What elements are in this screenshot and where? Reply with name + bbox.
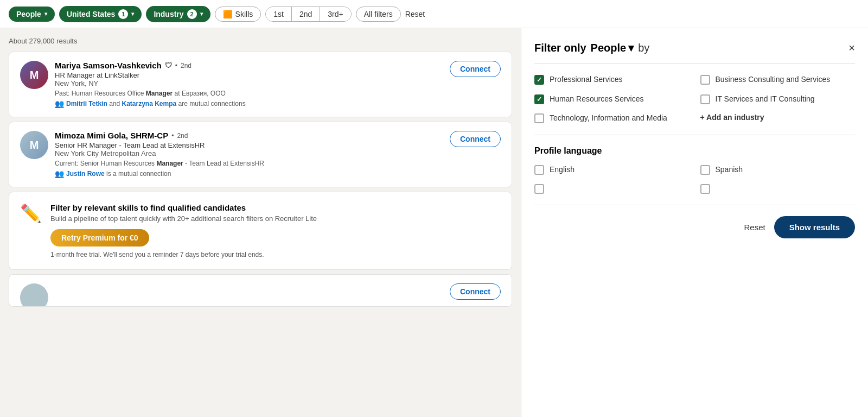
upsell-desc: Build a pipeline of top talent quickly w… xyxy=(50,214,317,223)
mutual-icon-1: 👥 xyxy=(55,99,64,108)
connection-degree-2: 2nd xyxy=(177,132,188,140)
filter-only-label: Filter only xyxy=(534,42,586,54)
results-count: About 279,000 results xyxy=(9,37,512,45)
connect-btn-3[interactable]: Connect xyxy=(450,283,501,300)
main-layout: About 279,000 results M Mariya Samson-Va… xyxy=(0,28,868,417)
language-checkbox-spanish[interactable] xyxy=(700,165,710,175)
industry-item-0[interactable]: Professional Services xyxy=(534,74,690,85)
skills-icon: 🟧 xyxy=(223,10,232,18)
filter-people-dropdown[interactable]: People ▾ xyxy=(591,41,634,54)
language-checkbox-4[interactable] xyxy=(700,184,710,194)
industry-label-0: Professional Services xyxy=(550,74,623,85)
all-filters-btn[interactable]: All filters xyxy=(356,7,401,22)
people-filter-btn[interactable]: People ▾ xyxy=(9,7,55,22)
filter-panel: Filter only People ▾ by × Industries Pro… xyxy=(521,28,868,417)
industry-label-1: Business Consulting and Services xyxy=(716,74,831,85)
location-chevron-icon: ▾ xyxy=(131,11,134,17)
language-item-3[interactable] xyxy=(534,184,690,194)
connection-filter-group: 1st 2nd 3rd+ xyxy=(265,7,351,22)
mutual-icon-2: 👥 xyxy=(55,169,64,178)
connection-1st-btn[interactable]: 1st xyxy=(266,7,292,21)
language-item-spanish[interactable]: Spanish xyxy=(700,165,856,175)
add-industry-btn[interactable]: + Add an industry xyxy=(700,113,764,122)
mutual-link-1a[interactable]: Dmitrii Tetkin xyxy=(66,100,107,108)
industry-item-2[interactable]: Human Resources Services xyxy=(534,94,690,105)
industry-checkbox-1[interactable] xyxy=(700,75,710,85)
mutual-link-1b[interactable]: Katarzyna Kempa xyxy=(122,100,177,108)
person-location-2: New York City Metropolitan Area xyxy=(55,149,443,157)
person-name-1: Mariya Samson-Vashkevich 🛡 • 2nd xyxy=(55,61,443,70)
industry-item-3[interactable]: IT Services and IT Consulting xyxy=(700,94,856,105)
top-bar: People ▾ United States 1 ▾ Industry 2 ▾ … xyxy=(0,0,868,28)
language-checkbox-english[interactable] xyxy=(534,165,544,175)
result-card-1: M Mariya Samson-Vashkevich 🛡 • 2nd HR Ma… xyxy=(9,52,512,117)
connection-degree-1: 2nd xyxy=(181,62,192,70)
connection-2nd-btn[interactable]: 2nd xyxy=(292,7,320,21)
language-item-4[interactable] xyxy=(700,184,856,194)
industry-label-4: Technology, Information and Media xyxy=(550,113,667,124)
person-row-2: M Mimoza Mimi Gola, SHRM-CP • 2nd Senior… xyxy=(20,131,501,178)
skills-label: Skills xyxy=(235,10,253,18)
person-current-2: Current: Senior Human Resources Manager … xyxy=(55,160,443,167)
industry-label-3: IT Services and IT Consulting xyxy=(716,94,815,105)
connection-3rd-btn[interactable]: 3rd+ xyxy=(320,7,350,21)
partial-person-row: Connect xyxy=(20,283,501,307)
industry-item-1[interactable]: Business Consulting and Services xyxy=(700,74,856,85)
filter-by-label: by xyxy=(638,42,649,54)
filter-title-group: Filter only People ▾ by xyxy=(534,41,649,54)
result-card-2: M Mimoza Mimi Gola, SHRM-CP • 2nd Senior… xyxy=(9,122,512,187)
person-past-1: Past: Human Resources Office Manager at … xyxy=(55,90,443,97)
industry-filter-btn[interactable]: Industry 2 ▾ xyxy=(146,6,210,22)
skills-filter-btn[interactable]: 🟧 Skills xyxy=(215,7,261,22)
avatar-3 xyxy=(20,283,48,307)
language-item-english[interactable]: English xyxy=(534,165,690,175)
filter-people-chevron-icon: ▾ xyxy=(628,41,634,54)
industry-item-4[interactable]: Technology, Information and Media xyxy=(534,113,690,124)
person-row-1: M Mariya Samson-Vashkevich 🛡 • 2nd HR Ma… xyxy=(20,61,501,108)
filter-footer: Reset Show results xyxy=(534,205,855,238)
filter-reset-btn[interactable]: Reset xyxy=(744,223,765,232)
industry-badge: 2 xyxy=(187,9,197,19)
industry-checkbox-4[interactable] xyxy=(534,113,544,123)
person-info-2: Mimoza Mimi Gola, SHRM-CP • 2nd Senior H… xyxy=(55,131,443,178)
connect-btn-2[interactable]: Connect xyxy=(450,131,501,147)
add-industry-item[interactable]: + Add an industry xyxy=(700,113,856,124)
upsell-content: Filter by relevant skills to find qualif… xyxy=(50,203,317,258)
person-title-2: Senior HR Manager - Team Lead at Extensi… xyxy=(55,141,443,149)
mutual-connections-2: 👥 Justin Rowe is a mutual connection xyxy=(55,169,443,178)
language-checkbox-3[interactable] xyxy=(534,184,544,194)
trial-note: 1-month free trial. We'll send you a rem… xyxy=(50,251,317,258)
reset-btn[interactable]: Reset xyxy=(405,10,425,18)
person-info-1: Mariya Samson-Vashkevich 🛡 • 2nd HR Mana… xyxy=(55,61,443,108)
location-badge: 1 xyxy=(118,9,128,19)
mutual-link-2a[interactable]: Justin Rowe xyxy=(66,170,105,178)
industry-checkbox-3[interactable] xyxy=(700,94,710,104)
person-location-1: New York, NY xyxy=(55,79,443,87)
upsell-title: Filter by relevant skills to find qualif… xyxy=(50,203,317,212)
avatar-1: M xyxy=(20,61,48,89)
upsell-card: ✏️ Filter by relevant skills to find qua… xyxy=(9,192,512,270)
section-divider xyxy=(534,135,855,135)
avatar-2: M xyxy=(20,131,48,159)
people-chevron-icon: ▾ xyxy=(44,11,47,17)
left-panel: About 279,000 results M Mariya Samson-Va… xyxy=(0,28,521,417)
profile-language-title: Profile language xyxy=(534,146,855,156)
premium-cta-btn[interactable]: Retry Premium for €0 xyxy=(50,229,149,247)
people-label: People xyxy=(16,10,41,18)
location-filter-btn[interactable]: United States 1 ▾ xyxy=(59,6,142,22)
show-results-btn[interactable]: Show results xyxy=(774,216,855,238)
industry-chevron-icon: ▾ xyxy=(200,11,203,17)
industry-label: Industry xyxy=(154,10,183,18)
person-name-2: Mimoza Mimi Gola, SHRM-CP • 2nd xyxy=(55,131,443,140)
person-title-1: HR Manager at LinkStalker xyxy=(55,71,443,79)
industry-checkbox-2[interactable] xyxy=(534,94,544,104)
industry-checkbox-0[interactable] xyxy=(534,75,544,85)
filter-people-label: People xyxy=(591,42,627,54)
upsell-icon: ✏️ xyxy=(20,203,42,224)
language-label-english: English xyxy=(550,165,575,175)
connect-btn-1[interactable]: Connect xyxy=(450,61,501,77)
industry-label-2: Human Resources Services xyxy=(550,94,644,105)
language-label-spanish: Spanish xyxy=(716,165,743,175)
filter-close-btn[interactable]: × xyxy=(848,42,855,54)
verified-icon-1: 🛡 xyxy=(165,61,172,70)
